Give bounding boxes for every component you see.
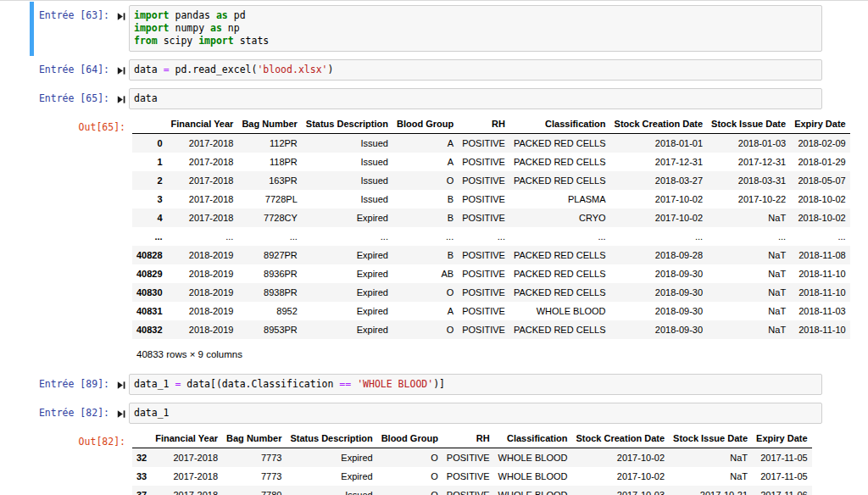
code-cell-64[interactable]: Entrée [64]: data = pd.read_excel('blood…	[30, 56, 822, 85]
table-cell: 8953PR	[237, 320, 301, 339]
input-prompt: Entrée [63]:	[39, 9, 109, 22]
table-cell: Expired	[286, 448, 376, 468]
table-cell: NaT	[707, 320, 790, 339]
table-cell: POSITIVE	[442, 448, 494, 468]
code-editor[interactable]: import pandas as pdimport numpy as npfro…	[129, 5, 822, 52]
row-index: 33	[132, 467, 151, 486]
table-cell: NaT	[707, 283, 790, 302]
table-cell: Expired	[302, 264, 392, 283]
table-row: 408302018-20198938PRExpiredOPOSITIVEPACK…	[132, 283, 850, 302]
table-cell: 2018-05-07	[790, 171, 850, 190]
table-row: 408282018-20198927PRExpiredBPOSITIVEPACK…	[132, 246, 850, 264]
table-cell: PACKED RED CELLS	[509, 134, 610, 153]
table-cell: 2018-03-31	[707, 171, 790, 190]
column-header: Expiry Date	[752, 429, 812, 448]
table-cell: 7728CY	[237, 209, 301, 227]
table-cell: PLASMA	[509, 190, 610, 209]
table-cell: POSITIVE	[458, 246, 509, 264]
table-cell: 8927PR	[237, 246, 301, 264]
table-cell: 8952	[237, 302, 301, 320]
table-cell: WHOLE BLOOD	[494, 448, 572, 468]
code-cell-82[interactable]: Entrée [82]: data_1 Out[82]: Financial Y…	[30, 399, 822, 495]
column-header: RH	[458, 114, 509, 134]
table-cell: NaT	[707, 264, 790, 283]
table-cell: 2017-12-31	[610, 153, 708, 171]
table-cell: O	[377, 448, 442, 468]
input-prompt: Entrée [89]:	[39, 378, 109, 391]
code: data_1	[134, 407, 818, 420]
table-cell: 2018-01-03	[707, 134, 790, 153]
code-editor[interactable]: data	[129, 88, 822, 109]
row-index: 40829	[132, 264, 167, 283]
code-editor[interactable]: data = pd.read_excel('blood.xlsx')	[129, 59, 822, 81]
table-cell: 7728PL	[237, 190, 301, 209]
table-row: 372017-20187780IssuedOPOSITIVEWHOLE BLOO…	[132, 486, 812, 495]
table-cell: 2018-11-03	[790, 302, 850, 320]
row-index: 37	[132, 486, 151, 495]
output-prompt: Out[65]:	[79, 121, 125, 134]
table-row: ..............................	[132, 227, 850, 246]
table-cell: 2017-10-02	[572, 448, 670, 468]
run-cell-icon[interactable]	[117, 66, 125, 75]
table-cell: B	[392, 209, 458, 227]
table-cell: 2018-2019	[167, 283, 238, 302]
table-row: 12017-2018118PRIssuedAPOSITIVEPACKED RED…	[132, 153, 850, 171]
column-header: Status Description	[286, 429, 376, 448]
run-cell-icon[interactable]	[117, 381, 125, 390]
code: data = pd.read_excel('blood.xlsx')	[134, 64, 818, 76]
code-cell-63[interactable]: Entrée [63]: import pandas as pdimport n…	[30, 2, 822, 56]
table-cell: Expired	[302, 246, 392, 264]
column-header: Classification	[509, 114, 610, 134]
table-row: 408322018-20198953PRExpiredOPOSITIVEPACK…	[132, 320, 850, 339]
row-index: 1	[132, 153, 167, 171]
table-cell: 112PR	[237, 134, 301, 153]
table-cell: 8936PR	[237, 264, 301, 283]
cell-input-row: Entrée [63]: import pandas as pdimport n…	[34, 5, 822, 52]
code-cell-89[interactable]: Entrée [89]: data_1 = data[(data.Classif…	[30, 370, 822, 399]
table-cell: 2017-12-31	[707, 153, 790, 171]
table-cell: 2017-11-05	[752, 448, 812, 468]
run-cell-icon[interactable]	[117, 95, 125, 104]
row-index: 40830	[132, 283, 167, 302]
table-cell: 2017-10-02	[610, 209, 708, 227]
code-cell-65[interactable]: Entrée [65]: data Out[65]: Financial Yea…	[30, 85, 822, 370]
table-cell: 7773	[222, 467, 286, 486]
table-cell: 2017-2018	[167, 153, 238, 171]
table-cell: 2017-10-22	[707, 190, 790, 209]
column-header: Financial Year	[151, 429, 222, 448]
table-cell: Issued	[302, 171, 392, 190]
table-cell: NaT	[707, 209, 790, 227]
table-cell: AB	[392, 264, 458, 283]
table-cell: 2017-11-05	[752, 467, 812, 486]
table-cell: 2018-02-09	[790, 134, 850, 153]
code: data	[134, 92, 818, 105]
row-index: 3	[132, 190, 167, 209]
table-cell: O	[377, 486, 442, 495]
column-header	[132, 114, 167, 134]
cell-input-row: Entrée [65]: data	[34, 88, 822, 109]
table-cell: 2017-2018	[167, 209, 238, 227]
column-header: Blood Group	[392, 114, 458, 134]
run-cell-icon[interactable]	[117, 409, 125, 419]
table-cell: Expired	[286, 467, 376, 486]
column-header: Financial Year	[167, 114, 238, 134]
table-cell: 2018-09-28	[610, 246, 708, 264]
table-cell: ...	[509, 227, 610, 246]
cell-input-row: Entrée [82]: data_1	[34, 403, 822, 424]
table-cell: 2018-2019	[167, 246, 238, 264]
table-cell: 2017-10-21	[669, 486, 752, 495]
table-cell: A	[392, 302, 458, 320]
table-cell: WHOLE BLOOD	[509, 302, 610, 320]
table-cell: 2018-11-10	[790, 264, 850, 283]
code-line: data = pd.read_excel('blood.xlsx')	[134, 64, 818, 76]
row-index: ...	[132, 227, 167, 246]
table-cell: 2018-11-10	[790, 283, 850, 302]
table-cell: NaT	[669, 448, 752, 468]
code-editor[interactable]: data_1 = data[(data.Classification == 'W…	[129, 374, 822, 395]
code-editor[interactable]: data_1	[129, 403, 822, 424]
prompt-column: Entrée [89]:	[34, 374, 129, 391]
table-cell: PACKED RED CELLS	[509, 246, 610, 264]
run-cell-icon[interactable]	[117, 12, 125, 21]
notebook: Entrée [63]: import pandas as pdimport n…	[0, 1, 868, 495]
table-cell: 2018-2019	[167, 302, 238, 320]
